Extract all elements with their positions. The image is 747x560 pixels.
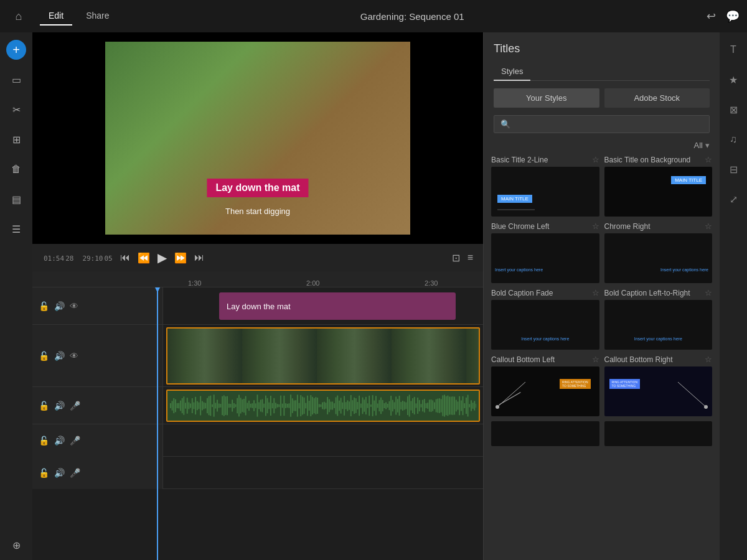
comment-icon[interactable]: 💬 (726, 9, 740, 23)
undo-icon[interactable]: ↩ (707, 9, 716, 23)
svg-rect-110 (354, 398, 355, 414)
lock-icon-3[interactable]: 🔓 (39, 401, 49, 411)
lock-icon[interactable]: 🔓 (39, 301, 49, 311)
svg-rect-31 (222, 396, 223, 415)
total-timecode: 29:1005 (81, 253, 112, 263)
trash-icon[interactable]: 🗑 (6, 159, 26, 179)
svg-rect-51 (255, 403, 256, 408)
layout-button[interactable]: ⊡ (452, 252, 460, 264)
svg-rect-100 (337, 396, 338, 416)
tab-styles[interactable]: Styles (494, 63, 530, 81)
svg-rect-90 (321, 404, 322, 407)
step-forward-button[interactable]: ⏩ (174, 252, 187, 264)
step-back-button[interactable]: ⏪ (138, 252, 150, 264)
effects-icon[interactable]: ★ (723, 70, 743, 90)
scale-icon[interactable]: ⤢ (723, 189, 743, 209)
svg-rect-113 (359, 396, 360, 416)
skip-back-button[interactable]: ⏮ (120, 252, 130, 263)
timeline-ruler: 1:30 2:00 2:30 (32, 271, 483, 287)
svg-rect-174 (461, 400, 462, 411)
svg-rect-79 (302, 396, 303, 414)
menu-button[interactable]: ≡ (467, 252, 473, 263)
svg-rect-156 (431, 399, 432, 412)
lock-icon-4[interactable]: 🔓 (39, 436, 49, 446)
volume-icon[interactable]: 🔊 (54, 301, 65, 311)
svg-rect-65 (278, 404, 280, 407)
titles-icon[interactable]: T (723, 40, 743, 60)
template-thumbnail[interactable]: RING ATTENTIONTO SOMETHING (491, 366, 599, 416)
svg-rect-175 (463, 396, 464, 415)
svg-rect-103 (342, 403, 343, 409)
svg-rect-11 (189, 403, 190, 409)
svg-rect-127 (382, 400, 383, 411)
template-thumbnail[interactable]: Insert your captions here (491, 300, 599, 350)
list-icon[interactable]: ☰ (6, 219, 26, 239)
add-track-icon[interactable]: ⊕ (6, 535, 26, 555)
svg-rect-38 (233, 403, 235, 408)
add-button[interactable]: + (6, 40, 26, 60)
svg-rect-10 (187, 398, 188, 414)
thumb-caption: Insert your captions here (634, 337, 682, 341)
mic-icon-2[interactable]: 🎤 (70, 436, 80, 446)
template-thumbnail[interactable]: MAIN TITLE (491, 167, 599, 217)
layer-icon[interactable]: ⊞ (6, 129, 26, 149)
svg-rect-179 (469, 404, 470, 407)
template-bold-caption-fade: Bold Caption Fade ☆ Insert your captions… (491, 288, 599, 350)
video-clip[interactable] (166, 327, 480, 385)
template-thumbnail[interactable] (491, 421, 599, 446)
template-thumbnail[interactable]: Insert your captions here (491, 233, 599, 283)
star-icon[interactable]: ☆ (705, 222, 712, 231)
star-icon[interactable]: ☆ (705, 355, 712, 364)
volume-icon-2[interactable]: 🔊 (54, 351, 65, 361)
your-styles-button[interactable]: Your Styles (494, 88, 599, 108)
cut-icon[interactable]: ✂ (6, 100, 26, 119)
star-icon[interactable]: ☆ (592, 222, 599, 231)
volume-icon-3[interactable]: 🔊 (54, 401, 65, 411)
visibility-icon-2[interactable]: 👁 (70, 351, 78, 361)
filter-dropdown-chevron[interactable]: ▾ (705, 141, 710, 150)
volume-icon-5[interactable]: 🔊 (54, 468, 65, 478)
media-icon[interactable]: ▭ (6, 70, 26, 90)
template-thumbnail[interactable]: MAIN TITLE (604, 167, 713, 217)
transitions-icon[interactable]: ⊠ (723, 100, 743, 119)
mic-icon[interactable]: 🎤 (70, 401, 80, 411)
audio-clip[interactable] (166, 390, 480, 422)
svg-rect-23 (209, 396, 210, 415)
star-icon[interactable]: ☆ (705, 155, 712, 164)
search-input[interactable] (514, 119, 703, 129)
template-thumbnail[interactable]: RING ATTENTIONTO SOMETHING (604, 366, 713, 416)
template-partial-2 (604, 421, 713, 446)
video-track-row: 🔓 🔊 👁 (32, 325, 483, 387)
play-button[interactable]: ▶ (157, 250, 167, 265)
subtitle-overlay: Then start digging (225, 207, 290, 216)
lock-icon-5[interactable]: 🔓 (39, 468, 49, 478)
tab-edit[interactable]: Edit (40, 7, 72, 26)
adobe-stock-button[interactable]: Adobe Stock (604, 88, 710, 108)
star-icon[interactable]: ☆ (592, 355, 599, 364)
tab-share[interactable]: Share (77, 7, 118, 26)
video-frame: Lay down the mat Then start digging (105, 42, 410, 235)
star-icon[interactable]: ☆ (592, 155, 599, 164)
svg-rect-178 (467, 395, 469, 417)
volume-icon-4[interactable]: 🔊 (54, 436, 65, 446)
svg-rect-171 (456, 400, 457, 412)
mic-icon-3[interactable]: 🎤 (70, 468, 80, 478)
caption-icon[interactable]: ▤ (6, 189, 26, 209)
home-icon[interactable]: ⌂ (7, 5, 30, 27)
svg-rect-138 (400, 402, 402, 409)
template-thumbnail[interactable]: Insert your captions here (604, 233, 713, 283)
star-icon[interactable]: ☆ (592, 288, 599, 297)
svg-rect-66 (280, 396, 281, 416)
text-clip[interactable]: Lay down the mat (219, 292, 456, 320)
crop-icon[interactable]: ⊟ (723, 159, 743, 179)
audio-icon[interactable]: ♫ (723, 129, 743, 149)
filter-label: All (694, 141, 703, 150)
star-icon[interactable]: ☆ (705, 288, 712, 297)
label-row: Callout Bottom Right ☆ (604, 355, 713, 364)
skip-forward-button[interactable]: ⏭ (194, 252, 204, 263)
template-thumbnail[interactable]: Insert your captions here (604, 300, 713, 350)
lock-icon-2[interactable]: 🔓 (39, 351, 49, 361)
svg-rect-133 (392, 400, 393, 411)
visibility-icon[interactable]: 👁 (70, 301, 78, 311)
template-thumbnail[interactable] (604, 421, 713, 446)
